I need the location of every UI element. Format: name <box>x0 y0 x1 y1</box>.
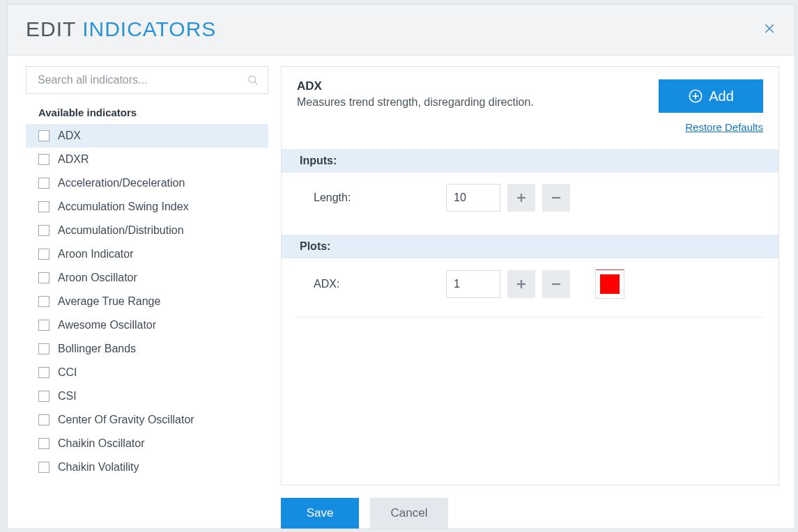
indicator-item-label: CSI <box>58 390 77 402</box>
search-icon <box>247 74 259 86</box>
indicator-item-label: Aroon Oscillator <box>58 272 137 284</box>
svg-rect-12 <box>552 283 560 285</box>
indicator-checkbox[interactable] <box>38 296 49 307</box>
search-wrap <box>26 66 268 94</box>
add-button[interactable]: Add <box>659 79 763 113</box>
indicator-checkbox[interactable] <box>38 391 49 402</box>
increment-button[interactable] <box>507 184 535 212</box>
search-input[interactable] <box>36 73 247 87</box>
indicator-detail-card: ADX Measures trend strength, disregardin… <box>281 66 779 485</box>
indicator-item[interactable]: Acceleration/Deceleration <box>26 171 268 195</box>
indicator-checkbox[interactable] <box>38 438 49 449</box>
indicator-detail-pane: ADX Measures trend strength, disregardin… <box>281 66 779 529</box>
footer-buttons: Save Cancel <box>281 485 779 529</box>
indicator-checkbox[interactable] <box>38 320 49 331</box>
indicator-checkbox[interactable] <box>38 178 49 189</box>
indicator-checkbox[interactable] <box>38 343 49 354</box>
parameter-row: Length: <box>297 173 763 221</box>
indicator-checkbox[interactable] <box>38 272 49 283</box>
indicator-item[interactable]: Accumulation/Distribution <box>26 219 268 242</box>
indicator-item-label: Bollinger Bands <box>58 343 136 355</box>
modal-title-accent: INDICATORS <box>82 17 216 40</box>
minus-icon <box>550 191 562 204</box>
indicator-item[interactable]: ADX <box>26 124 268 148</box>
cancel-button[interactable]: Cancel <box>370 498 448 529</box>
parameter-row: ADX: <box>297 258 763 318</box>
indicator-item[interactable]: CCI <box>26 361 268 384</box>
indicator-item-label: Chaikin Volatility <box>58 461 139 474</box>
restore-defaults-link[interactable]: Restore Defaults <box>685 121 763 133</box>
indicator-checkbox[interactable] <box>38 154 49 165</box>
indicator-item[interactable]: ADXR <box>26 148 268 171</box>
indicator-item[interactable]: Chaikin Oscillator <box>26 432 268 455</box>
indicator-item-label: Aroon Indicator <box>58 248 134 260</box>
parameter-value-input[interactable] <box>446 184 500 212</box>
modal-header: EDIT INDICATORS <box>8 5 795 56</box>
indicator-checkbox[interactable] <box>38 414 49 425</box>
indicator-item-label: CCI <box>58 366 77 379</box>
indicator-item[interactable]: Aroon Oscillator <box>26 266 268 290</box>
svg-line-3 <box>254 81 257 84</box>
parameter-label: Length: <box>314 191 446 204</box>
indicator-item[interactable]: Aroon Indicator <box>26 242 268 266</box>
save-button[interactable]: Save <box>281 498 359 529</box>
available-indicators-label: Available indicators <box>26 94 268 125</box>
indicator-item-label: Average True Range <box>58 295 160 308</box>
indicator-item[interactable]: CSI <box>26 384 268 408</box>
indicator-item[interactable]: Average True Range <box>26 290 268 313</box>
indicator-checkbox[interactable] <box>38 249 49 260</box>
indicator-list[interactable]: ADXADXRAcceleration/DecelerationAccumula… <box>26 124 268 529</box>
decrement-button[interactable] <box>542 184 570 212</box>
plots-section-header: Plots: <box>282 235 778 258</box>
indicator-checkbox[interactable] <box>38 201 49 212</box>
indicator-item-label: ADXR <box>58 153 89 166</box>
indicator-item[interactable]: Awesome Oscillator <box>26 313 268 337</box>
svg-point-2 <box>249 76 256 83</box>
minus-icon <box>550 278 562 290</box>
modal-title: EDIT INDICATORS <box>26 17 216 41</box>
indicator-item[interactable]: Bollinger Bands <box>26 337 268 361</box>
edit-indicators-modal: EDIT INDICATORS Available indicators ADX… <box>7 4 795 529</box>
color-swatch <box>600 274 620 294</box>
indicator-description: Measures trend strength, disregarding di… <box>297 96 534 109</box>
indicator-checkbox[interactable] <box>38 225 49 236</box>
color-picker[interactable] <box>595 269 624 299</box>
svg-rect-8 <box>517 197 525 198</box>
indicator-item[interactable]: Chaikin Volatility <box>26 455 268 479</box>
close-button[interactable] <box>760 19 779 38</box>
svg-rect-9 <box>552 197 560 198</box>
increment-button[interactable] <box>507 270 535 298</box>
indicator-item-label: Chaikin Oscillator <box>58 437 144 450</box>
plus-icon <box>515 191 528 204</box>
indicator-list-pane: Available indicators ADXADXRAcceleration… <box>26 66 268 529</box>
indicator-item-label: Accumulation/Distribution <box>58 224 184 237</box>
svg-rect-11 <box>517 283 525 285</box>
parameter-label: ADX: <box>314 278 446 290</box>
close-icon <box>763 22 776 35</box>
indicator-item-label: ADX <box>58 130 81 142</box>
plus-circle-icon <box>688 88 703 104</box>
plus-icon <box>515 278 528 290</box>
decrement-button[interactable] <box>542 270 570 298</box>
indicator-checkbox[interactable] <box>38 367 49 378</box>
indicator-item-label: Acceleration/Deceleration <box>58 177 185 189</box>
indicator-item[interactable]: Center Of Gravity Oscillator <box>26 408 268 432</box>
indicator-item-label: Accumulation Swing Index <box>58 201 189 213</box>
indicator-name: ADX <box>297 79 534 93</box>
add-button-label: Add <box>709 88 734 104</box>
modal-title-prefix: EDIT <box>26 17 82 40</box>
indicator-item[interactable]: Accumulation Swing Index <box>26 195 268 219</box>
parameter-value-input[interactable] <box>446 270 500 298</box>
inputs-section-header: Inputs: <box>282 149 778 173</box>
indicator-checkbox[interactable] <box>38 462 49 473</box>
indicator-item-label: Awesome Oscillator <box>58 319 156 331</box>
indicator-checkbox[interactable] <box>38 130 49 141</box>
indicator-item-label: Center Of Gravity Oscillator <box>58 414 194 426</box>
